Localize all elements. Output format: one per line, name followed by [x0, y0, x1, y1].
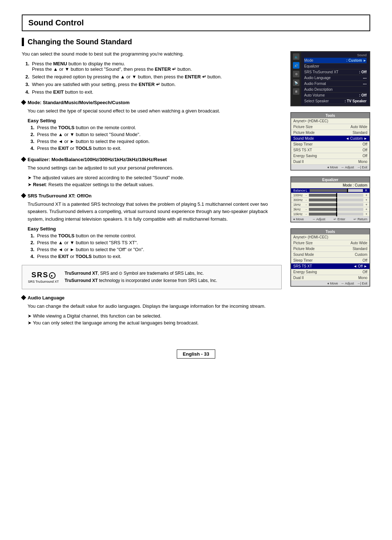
page-container: Sound Control Changing the Sound Standar… [22, 15, 370, 359]
audio-language-note-1: While viewing a Digital channel, this fu… [28, 313, 282, 319]
step-2-num: 2. [25, 74, 29, 79]
tv-sound-menu: 📺 🔊 ⚙ 📡 🖥 Sound Mode : Custom ► E [290, 51, 370, 106]
tv-sidebar: 📺 🔊 ⚙ 📡 🖥 [291, 52, 301, 106]
audio-language-header-text: Audio Language [28, 295, 65, 300]
srs-trademark-text: TruSurround XT, SRS and ⊙ Symbol are tra… [65, 270, 217, 285]
eq-mode-row: Mode : Custom [291, 183, 369, 188]
1khz-bar [309, 203, 363, 206]
srs-easy-step-2: 2.Press the ▲ or ▼ button to select "SRS… [30, 240, 282, 245]
diamond-icon-mode [21, 100, 26, 105]
tools-menu-2: Tools Anynet+ (HDMI-CEC) Picture Size Au… [290, 228, 370, 287]
diamond-header-audio-language: Audio Language [22, 295, 282, 300]
diamond-section-mode: Mode: Standard/Music/Movie/Speech/Custom… [22, 100, 282, 151]
tools-row-sleep-1: Sleep Timer Off [291, 142, 369, 147]
srs-header-text: SRS TruSurround XT: Off/On [28, 193, 91, 199]
eq-row-10khz: 10kHz - + [291, 212, 369, 217]
tools-title-2: Tools [291, 229, 369, 234]
eq-row-3khz: 3kHz - + [291, 207, 369, 212]
eq-row-300hz: 300Hz - + [291, 198, 369, 202]
10khz-bar [309, 213, 363, 216]
srs-trademark-box: SRS● SRS TruSurround XT TruSurround XT, … [22, 265, 282, 289]
tools-footer-1: ♦ Move ↔ Adjust →| Exit [291, 165, 369, 170]
tools-row-dual-1: Dual II Mono [291, 159, 369, 165]
step-2: 2. Select the required option by pressin… [25, 74, 282, 79]
tv-sound-label: Sound [304, 53, 367, 58]
balance-bar [310, 189, 363, 192]
tv-row-audio-lang: Audio Language --- [304, 75, 367, 81]
mode-header-text: Mode: Standard/Music/Movie/Speech/Custom [28, 100, 130, 105]
srs-logo: SRS● SRS TruSurround XT [28, 271, 59, 283]
srs-line2: TruSurround XT technology is incorporate… [65, 277, 217, 284]
tv-row-audio-format: Audio Format --- [304, 81, 367, 87]
step-1: 1. Press the MENU button to display the … [25, 61, 282, 72]
tools-footer-2: ♦ Move ↔ Adjust →| Exit [291, 281, 369, 286]
content-layout: You can select the sound mode to best su… [22, 51, 370, 331]
right-column: 📺 🔊 ⚙ 📡 🖥 Sound Mode : Custom ► E [290, 51, 370, 331]
tv-row-audio-desc: Audio Description [304, 87, 367, 93]
audio-language-body: You can change the default value for aud… [28, 303, 282, 310]
diamond-section-srs: SRS TruSurround XT: Off/On TruSurround X… [22, 193, 282, 259]
footer: English - 33 [22, 342, 370, 359]
equalizer-body: The sound settings can be adjusted to su… [28, 164, 282, 172]
diamond-icon-equalizer [21, 157, 26, 162]
step-1-num: 1. [25, 61, 29, 66]
tools-menu-1: Tools Anynet+ (HDMI-CEC) Picture Size Au… [290, 112, 370, 171]
srs-easy-steps: 1.Press the TOOLS button on the remote c… [30, 233, 282, 259]
chapter-title: Changing the Sound Standard [22, 38, 370, 46]
eq-title: Equalizer [291, 177, 369, 183]
mode-easy-step-2: 2.Press the ▲ or ▼ button to select "Sou… [30, 132, 282, 137]
tools-row-soundmode-2: Sound Mode Custom [291, 252, 369, 258]
eq-row-1khz: 1kHz - + [291, 202, 369, 207]
step-3-num: 3. [25, 82, 29, 87]
tv-row-srs: SRS TruSurround XT : Off [304, 69, 367, 75]
easy-setting-label-srs: Easy Setting [28, 226, 282, 232]
diamond-icon-audio-language [21, 295, 26, 300]
tv-icon-1: 📺 [293, 53, 299, 60]
srs-easy-step-1: 1.Press the TOOLS button on the remote c… [30, 233, 282, 238]
diamond-header-srs: SRS TruSurround XT: Off/On [22, 193, 282, 199]
tools-row-sleep-2: Sleep Timer Off [291, 258, 369, 263]
tools-row-energy-1: Energy Saving Off [291, 153, 369, 159]
srs-easy-step-4: 4.Press the EXIT or TOOLS button to exit… [30, 254, 282, 259]
tv-icon-5: 🖥 [293, 88, 299, 95]
diamond-header-equalizer: Equalizer: Mode/Balance/100Hz/300Hz/1kHz… [22, 157, 282, 162]
srs-easy-step-3: 3.Press the ◄ or ► button to select the … [30, 247, 282, 252]
srs-logo-sub: SRS TruSurround XT [28, 280, 59, 283]
srs-line1: TruSurround XT, SRS and ⊙ Symbol are tra… [65, 270, 217, 277]
tv-sound-content: Sound Mode : Custom ► Equalizer SRS TruS… [301, 52, 369, 106]
easy-setting-label-mode: Easy Setting [28, 118, 282, 123]
tools-row-anynet-1: Anynet+ (HDMI-CEC) [291, 118, 369, 124]
eq-row-100hz: 100Hz - + [291, 193, 369, 198]
tools-row-picsize-2: Picture Size Auto Wide [291, 240, 369, 246]
audio-language-note-2: You can only select the language among t… [28, 320, 282, 326]
tools-title-1: Tools [291, 113, 369, 118]
mode-easy-step-1: 1.Press the TOOLS button on the remote c… [30, 125, 282, 130]
mode-easy-steps: 1.Press the TOOLS button on the remote c… [30, 125, 282, 151]
section-title: Sound Control [22, 15, 370, 31]
tools-row-anynet-2: Anynet+ (HDMI-CEC) [291, 234, 369, 240]
step-4-num: 4. [25, 89, 29, 95]
tools-row-energy-2: Energy Saving Off [291, 269, 369, 275]
footer-badge: English - 33 [177, 349, 216, 359]
intro-text: You can select the sound mode to best su… [22, 51, 282, 57]
main-steps: 1. Press the MENU button to display the … [22, 61, 282, 95]
tv-icon-3: ⚙ [293, 71, 299, 77]
tv-icon-4: 📡 [293, 79, 299, 86]
tv-row-eq: Equalizer [304, 64, 367, 69]
mode-body: You can select the type of special sound… [28, 107, 282, 115]
100hz-bar [309, 194, 363, 197]
tools-row-dual-2: Dual II Mono [291, 275, 369, 281]
mode-easy-step-3: 3.Press the ◄ or ► button to select the … [30, 139, 282, 144]
3khz-bar [309, 208, 363, 211]
300hz-bar [309, 199, 363, 201]
tv-row-auto-vol: Auto Volume : Off [304, 93, 367, 98]
diamond-icon-srs [21, 193, 26, 198]
equalizer-menu: Equalizer Mode : Custom Balance L R [290, 176, 370, 222]
tools-row-srs-1: SRS TS XT Off [291, 147, 369, 153]
diamond-section-equalizer: Equalizer: Mode/Balance/100Hz/300Hz/1kHz… [22, 157, 282, 187]
eq-footer: ♦ Move ↔ Adjust ↵ Enter ↩ Return [291, 217, 369, 222]
tools-row-picmode-2: Picture Mode Standard [291, 246, 369, 252]
tools-row-picsize-1: Picture Size Auto Wide [291, 124, 369, 130]
left-column: You can select the sound mode to best su… [22, 51, 282, 331]
diamond-header-mode: Mode: Standard/Music/Movie/Speech/Custom [22, 100, 282, 105]
